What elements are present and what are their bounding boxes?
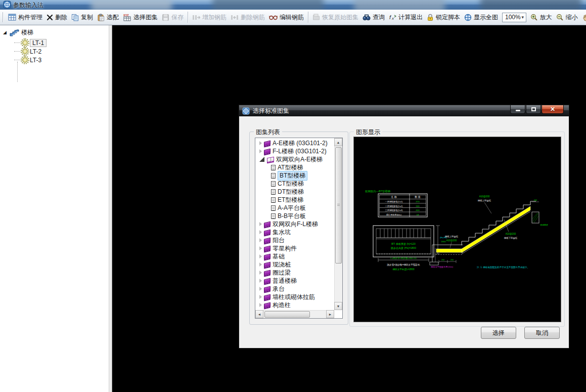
toolbar-button-match[interactable]: 选配 [95,12,121,23]
collapsed-arrow-icon[interactable] [259,230,262,234]
vertical-scrollbar[interactable]: ▲ ▼ [334,138,342,310]
window-titlebar: 参数输入法 [0,0,586,10]
atlas-tree-item[interactable]: 阳台 [256,236,334,244]
tree-item-lt1[interactable]: LT-1 [14,38,109,47]
svg-text:x: x [391,16,394,21]
atlas-tree-item[interactable]: 双网双向F-L楼梯 [256,220,334,228]
document-icon [271,189,276,195]
scroll-left-button[interactable]: ◄ [255,310,263,318]
toolbar-button-select-atlas[interactable]: XYZ 选择图集 [121,12,160,23]
dialog-titlebar[interactable]: 选择标准图集 ✕ [239,105,569,116]
collapsed-arrow-icon[interactable] [259,287,262,291]
atlas-tree-item[interactable]: 集水坑 [256,228,334,236]
toolbar-button-calc-exit[interactable]: fx 计算退出 [387,12,425,23]
scroll-down-button[interactable]: ▼ [334,302,342,310]
collapsed-arrow-icon[interactable] [259,303,262,307]
atlas-tree-item[interactable]: 构造柱 [256,301,334,309]
toolbar-button-delete[interactable]: 删除 [44,12,69,23]
toolbar-button-zoom-in[interactable]: 放大 [528,12,554,23]
zoom-level-select[interactable]: 100% ▼ [502,13,526,22]
atlas-tree-item[interactable]: 双网双向A-E楼梯 [256,155,334,163]
document-icon [271,213,276,219]
chevron-down-icon: ▼ [521,15,525,20]
svg-text:踏步总高度 (Hs)=1800: 踏步总高度 (Hs)=1800 [391,246,416,250]
cancel-button[interactable]: 取消 [524,327,560,339]
tree-root-stairs[interactable]: ◢ 楼梯 [3,28,109,37]
collapsed-arrow-icon[interactable] [259,295,262,299]
panel-splitter[interactable] [109,25,112,392]
atlas-tree-item[interactable]: 普通楼梯 [256,277,334,285]
horizontal-scroll-thumb[interactable] [264,311,310,318]
horizontal-scrollbar[interactable]: ◄ ► [255,310,334,318]
svg-text:保护层厚度(bhc): 保护层厚度(bhc) [386,213,402,216]
app-icon [3,1,11,9]
tree-item-lt2[interactable]: LT-2 [14,47,109,56]
toolbar-button-component-manage[interactable]: 构件管理 [6,12,44,23]
expanded-arrow-icon[interactable] [259,157,264,162]
atlas-tree-item[interactable]: 墙柱或砌体拉筋 [256,293,334,301]
cad-drawing: 双网双向—BT型楼梯: 名 称 数 值 一层梯板配筋(1a1) 370 二层梯板… [354,137,562,323]
collapsed-arrow-icon[interactable] [259,141,262,145]
atlas-tree-item[interactable]: ET型楼梯 [256,196,334,204]
book-icon [264,286,271,292]
atlas-tree-item[interactable]: 承台 [256,285,334,293]
collapsed-arrow-icon[interactable] [259,279,262,283]
toolbar-button-lock-script[interactable]: 锁定脚本 [425,12,462,23]
atlas-tree-item[interactable]: 零星构件 [256,244,334,252]
atlas-tree-item[interactable]: A-E楼梯 (03G101-2) [256,139,334,147]
select-button[interactable]: 选择 [481,327,516,339]
scroll-up-button[interactable]: ▲ [334,138,342,146]
collapsed-arrow-icon[interactable] [259,271,262,275]
toolbar-button-pan[interactable] [580,12,586,23]
collapsed-arrow-icon[interactable] [259,149,262,153]
tree-item-label: LT-1 [30,39,47,47]
toolbar-button-zoom-out[interactable]: 缩小 [554,12,580,23]
cad-title-note: 双网双向—BT型楼梯: [365,190,391,193]
save-icon [162,14,169,21]
toolbar-button-copy[interactable]: 复制 [69,12,95,23]
dialog-window-controls: ✕ [510,105,564,114]
tree-item-lt3[interactable]: LT-3 [14,56,109,64]
book-icon [264,229,271,235]
atlas-tree-item-selected[interactable]: BT型楼梯 [256,171,334,180]
close-button[interactable]: ✕ [542,105,564,114]
collapsed-arrow-icon[interactable] [259,263,262,267]
toolbar-button-edit-rebar[interactable]: 编辑钢筋 [267,12,306,23]
atlas-tree-item[interactable]: CT型楼梯 [256,180,334,188]
select-atlas-dialog: 选择标准图集 ✕ 图集列表 A-E楼梯 (03G101-2) F-L楼梯 (03… [239,105,569,349]
collapsed-arrow-icon[interactable] [259,238,262,242]
minimize-button[interactable] [510,105,525,114]
atlas-tree-item[interactable]: 现浇桩 [256,260,334,269]
toolbar-button-fit-view[interactable]: 显示全图 [462,12,500,23]
query-icon [363,14,371,21]
atlas-tree-item[interactable]: DT型楼梯 [256,188,334,196]
collapsed-arrow-icon[interactable] [259,222,262,226]
maximize-button[interactable] [526,105,541,114]
expanded-arrow-icon[interactable]: ◢ [3,30,8,35]
atlas-tree-item[interactable]: F-L楼梯 (03G101-2) [256,147,334,155]
atlas-list-group-label: 图集列表 [254,128,282,137]
atlas-tree-item[interactable]: A-A平台板 [256,204,334,212]
toolbar-button-query[interactable]: 查询 [360,12,387,23]
toolbar-grip[interactable] [3,12,4,22]
svg-text:18: 18 [417,213,419,216]
document-icon [271,173,276,179]
svg-text:梯段水平投影长度(11m): 梯段水平投影长度(11m) [431,266,454,268]
atlas-tree-item[interactable]: 圈过梁 [256,269,334,277]
aero-blur [91,0,172,10]
book-icon [264,253,271,259]
atlas-tree-item[interactable]: 基础 [256,252,334,260]
vertical-scroll-thumb[interactable] [335,147,342,264]
scroll-right-button[interactable]: ► [326,310,334,318]
collapsed-arrow-icon[interactable] [259,254,262,258]
atlas-tree-item[interactable]: AT型楼梯 [256,163,334,171]
dialog-icon [242,107,250,115]
add-rebar-icon [192,14,200,21]
atlas-tree-item[interactable]: B-B平台板 [256,212,334,220]
copy-icon [71,14,79,21]
component-manage-icon [8,14,16,21]
delete-icon [47,14,53,21]
svg-text:200: 200 [450,258,454,261]
collapsed-arrow-icon[interactable] [259,246,262,250]
atlas-listbox: A-E楼梯 (03G101-2) F-L楼梯 (03G101-2) 双网双向A-… [255,138,343,319]
